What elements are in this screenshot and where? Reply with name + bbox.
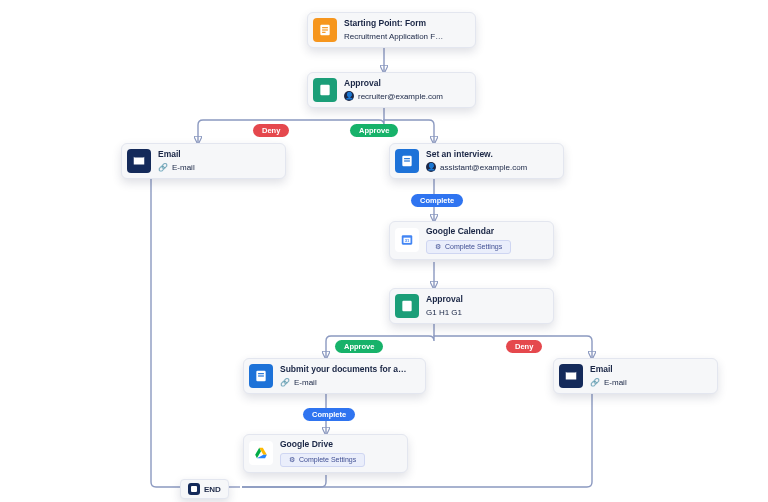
node-subtitle: assistant@example.com: [440, 163, 527, 172]
node-body: Email 🔗 E-mail: [590, 365, 627, 387]
node-title: Starting Point: Form: [344, 19, 443, 29]
node-body: Approval 👤 recruiter@example.com: [344, 79, 443, 102]
task-icon: [395, 149, 419, 173]
user-avatar-icon: 👤: [344, 91, 354, 101]
node-title: Approval: [344, 79, 443, 89]
node-body: Set an interview. 👤 assistant@example.co…: [426, 150, 527, 173]
node-body: Google Drive Complete Settings: [280, 440, 365, 467]
svg-rect-3: [322, 32, 326, 33]
link-icon: 🔗: [590, 378, 600, 387]
approval-icon: [395, 294, 419, 318]
complete2-pill[interactable]: Complete: [303, 408, 355, 421]
svg-rect-2: [322, 29, 328, 30]
complete-settings-button[interactable]: Complete Settings: [280, 453, 365, 467]
google-calendar-icon: 31: [395, 228, 419, 252]
approval2-node[interactable]: Approval G1 H1 G1: [389, 288, 554, 324]
link-icon: 🔗: [158, 163, 168, 172]
approval-tags: G1 H1 G1: [426, 308, 462, 317]
complete1-pill[interactable]: Complete: [411, 194, 463, 207]
node-title: Google Drive: [280, 440, 365, 450]
submit-docs-node[interactable]: Submit your documents for a… 🔗 E-mail: [243, 358, 426, 394]
svg-text:31: 31: [405, 238, 410, 243]
end-node[interactable]: END: [180, 479, 229, 499]
svg-rect-11: [402, 301, 411, 312]
form-icon: [313, 18, 337, 42]
node-subtitle: E-mail: [604, 378, 627, 387]
svg-rect-14: [258, 375, 264, 376]
link-icon: 🔗: [280, 378, 290, 387]
svg-rect-6: [404, 158, 410, 159]
email-deny2-node[interactable]: Email 🔗 E-mail: [553, 358, 718, 394]
complete-settings-button[interactable]: Complete Settings: [426, 240, 511, 254]
node-subtitle: recruiter@example.com: [358, 92, 443, 101]
node-title: Set an interview.: [426, 150, 527, 160]
node-body: Approval G1 H1 G1: [426, 295, 463, 317]
email-icon: [559, 364, 583, 388]
svg-rect-13: [258, 373, 264, 374]
node-title: Approval: [426, 295, 463, 305]
node-title: Submit your documents for a…: [280, 365, 407, 375]
google-drive-node[interactable]: Google Drive Complete Settings: [243, 434, 408, 473]
deny2-pill[interactable]: Deny: [506, 340, 542, 353]
google-calendar-node[interactable]: 31 Google Calendar Complete Settings: [389, 221, 554, 260]
node-subtitle: E-mail: [294, 378, 317, 387]
node-subtitle: E-mail: [172, 163, 195, 172]
approval1-node[interactable]: Approval 👤 recruiter@example.com: [307, 72, 476, 108]
deny1-pill[interactable]: Deny: [253, 124, 289, 137]
node-body: Email 🔗 E-mail: [158, 150, 195, 172]
node-body: Google Calendar Complete Settings: [426, 227, 511, 254]
node-body: Starting Point: Form Recruitment Applica…: [344, 19, 443, 41]
interview-node[interactable]: Set an interview. 👤 assistant@example.co…: [389, 143, 564, 179]
svg-rect-1: [322, 27, 328, 28]
approve1-pill[interactable]: Approve: [350, 124, 398, 137]
approval-icon: [313, 78, 337, 102]
node-subtitle: Recruitment Application F…: [344, 32, 443, 41]
task-icon: [249, 364, 273, 388]
email-deny1-node[interactable]: Email 🔗 E-mail: [121, 143, 286, 179]
svg-rect-4: [320, 85, 329, 96]
node-title: Email: [590, 365, 627, 375]
end-icon: [188, 483, 200, 495]
end-label: END: [204, 485, 221, 494]
user-avatar-icon: 👤: [426, 162, 436, 172]
node-body: Submit your documents for a… 🔗 E-mail: [280, 365, 407, 387]
approve2-pill[interactable]: Approve: [335, 340, 383, 353]
start-node[interactable]: Starting Point: Form Recruitment Applica…: [307, 12, 476, 48]
svg-rect-7: [404, 160, 410, 161]
node-title: Google Calendar: [426, 227, 511, 237]
email-icon: [127, 149, 151, 173]
node-title: Email: [158, 150, 195, 160]
google-drive-icon: [249, 441, 273, 465]
